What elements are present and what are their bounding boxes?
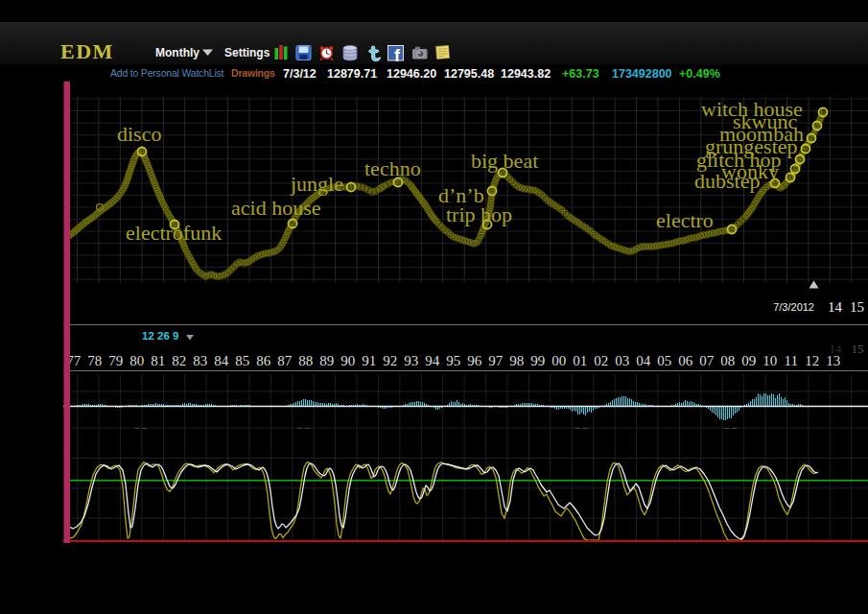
svg-text:99: 99 xyxy=(530,353,545,368)
svg-text:92: 92 xyxy=(383,353,397,368)
svg-text:EDM: EDM xyxy=(60,39,114,63)
svg-text:79: 79 xyxy=(108,353,123,368)
svg-text:05: 05 xyxy=(657,353,671,368)
svg-text:Drawings: Drawings xyxy=(231,67,275,79)
svg-text:7/3/2012: 7/3/2012 xyxy=(773,301,814,313)
svg-text:trip hop: trip hop xyxy=(446,202,512,226)
svg-text:84: 84 xyxy=(214,353,229,368)
svg-text:87: 87 xyxy=(277,353,293,368)
svg-text:Add to Personal WatchList: Add to Personal WatchList xyxy=(110,67,224,79)
svg-text:94: 94 xyxy=(425,353,440,368)
svg-text:86: 86 xyxy=(256,353,271,368)
svg-text:disco: disco xyxy=(117,122,161,146)
svg-text:11: 11 xyxy=(785,353,798,368)
svg-text:electrofunk: electrofunk xyxy=(126,221,222,245)
svg-text:89: 89 xyxy=(319,353,334,368)
svg-text:00: 00 xyxy=(551,353,566,368)
svg-text:08: 08 xyxy=(720,353,735,368)
svg-text:10: 10 xyxy=(762,353,777,368)
svg-text:+63.73: +63.73 xyxy=(562,67,599,81)
svg-text:173492800: 173492800 xyxy=(612,67,672,81)
svg-text:98: 98 xyxy=(509,353,524,368)
svg-text:90: 90 xyxy=(340,353,355,368)
svg-text:04: 04 xyxy=(636,353,651,368)
svg-text:+0.49%: +0.49% xyxy=(679,67,720,81)
svg-text:03: 03 xyxy=(615,353,629,368)
svg-text:electro: electro xyxy=(656,208,714,232)
svg-text:12 26 9: 12 26 9 xyxy=(142,330,178,342)
svg-text:97: 97 xyxy=(488,353,504,368)
svg-text:91: 91 xyxy=(362,353,376,368)
svg-text:15: 15 xyxy=(850,299,864,315)
svg-text:dubstep: dubstep xyxy=(694,169,760,193)
svg-text:02: 02 xyxy=(594,353,608,368)
svg-text:78: 78 xyxy=(87,353,102,368)
svg-text:f: f xyxy=(394,46,401,65)
svg-text:80: 80 xyxy=(129,353,144,368)
svg-text:88: 88 xyxy=(298,353,313,368)
svg-text:81: 81 xyxy=(151,353,165,368)
svg-text:7/3/12: 7/3/12 xyxy=(283,67,317,81)
svg-text:06: 06 xyxy=(678,353,693,368)
svg-text:12946.20: 12946.20 xyxy=(387,67,436,81)
svg-text:96: 96 xyxy=(467,353,482,368)
svg-text:09: 09 xyxy=(741,353,756,368)
svg-text:jungle: jungle xyxy=(290,172,343,196)
svg-text:85: 85 xyxy=(235,353,249,368)
svg-text:95: 95 xyxy=(446,353,460,368)
svg-text:01: 01 xyxy=(573,353,587,368)
svg-text:12: 12 xyxy=(805,353,819,368)
svg-text:14: 14 xyxy=(828,299,843,315)
svg-text:big beat: big beat xyxy=(471,149,538,173)
svg-text:14: 14 xyxy=(830,342,843,356)
svg-text:Settings: Settings xyxy=(224,46,270,59)
svg-text:Monthly: Monthly xyxy=(155,46,199,59)
svg-text:12795.48: 12795.48 xyxy=(444,67,494,81)
svg-text:15: 15 xyxy=(852,342,864,356)
svg-text:82: 82 xyxy=(172,353,186,368)
svg-text:acid house: acid house xyxy=(231,196,320,220)
svg-text:07: 07 xyxy=(699,353,715,368)
svg-text:93: 93 xyxy=(404,353,418,368)
svg-text:12879.71: 12879.71 xyxy=(327,67,377,81)
svg-text:techno: techno xyxy=(364,156,421,180)
svg-text:83: 83 xyxy=(193,353,207,368)
svg-text:12943.82: 12943.82 xyxy=(501,67,551,81)
